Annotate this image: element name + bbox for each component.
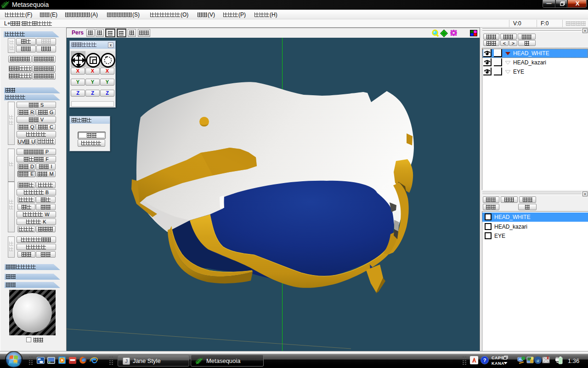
svg-text:?: ? — [483, 357, 486, 363]
svg-text:a: a — [537, 357, 539, 363]
